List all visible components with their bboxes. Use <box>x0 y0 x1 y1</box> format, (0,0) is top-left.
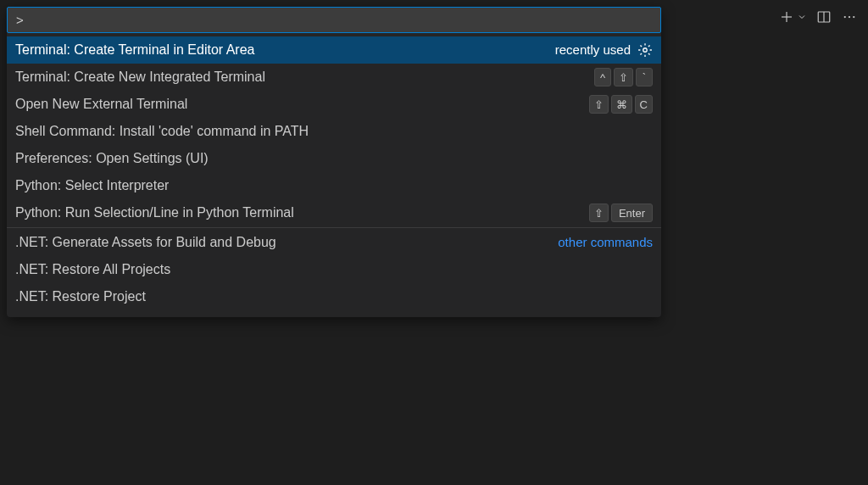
svg-point-7 <box>853 16 854 18</box>
command-palette: Terminal: Create Terminal in Editor Area… <box>7 7 661 317</box>
more-icon[interactable] <box>841 8 858 25</box>
command-label: Python: Run Selection/Line in Python Ter… <box>15 203 294 223</box>
search-box <box>7 7 661 33</box>
command-label: Terminal: Create New Integrated Terminal <box>15 67 265 87</box>
command-item-open-settings-ui[interactable]: Preferences: Open Settings (UI) <box>7 145 661 172</box>
key-shift: ⇧ <box>589 203 609 222</box>
key-ctrl: ^ <box>594 68 611 86</box>
item-right: ^ ⇧ ` <box>594 68 653 86</box>
command-item-python-select-interpreter[interactable]: Python: Select Interpreter <box>7 172 661 199</box>
chevron-down-icon[interactable] <box>797 8 807 25</box>
command-label: Python: Select Interpreter <box>15 176 169 196</box>
command-label: .NET: Generate Assets for Build and Debu… <box>15 232 276 253</box>
command-item-dotnet-restore-all[interactable]: .NET: Restore All Projects <box>7 256 661 283</box>
editor-toolbar-right <box>778 8 858 25</box>
command-input[interactable] <box>7 7 661 33</box>
gear-icon[interactable] <box>637 42 653 58</box>
svg-point-0 <box>643 48 648 53</box>
new-file-group <box>778 8 807 25</box>
command-label: Shell Command: Install 'code' command in… <box>15 121 309 142</box>
keybinding: ^ ⇧ ` <box>594 68 653 86</box>
item-right: recently used <box>555 40 653 60</box>
item-right: ⇧ Enter <box>589 203 653 222</box>
command-label: Terminal: Create Terminal in Editor Area <box>15 40 255 60</box>
split-editor-icon[interactable] <box>815 8 832 25</box>
command-item-install-code-command[interactable]: Shell Command: Install 'code' command in… <box>7 118 661 145</box>
results-list: Terminal: Create Terminal in Editor Area… <box>7 33 661 317</box>
plus-icon[interactable] <box>778 8 795 25</box>
command-label: Open New External Terminal <box>15 94 187 114</box>
keybinding: ⇧ ⌘ C <box>589 95 653 114</box>
key-enter: Enter <box>611 203 653 222</box>
other-commands-tag: other commands <box>558 232 653 253</box>
command-label: Preferences: Open Settings (UI) <box>15 148 209 169</box>
command-label: .NET: Restore Project <box>15 287 146 307</box>
command-label: .NET: Restore All Projects <box>15 259 170 280</box>
item-right: ⇧ ⌘ C <box>589 95 653 114</box>
keybinding: ⇧ Enter <box>589 203 653 222</box>
command-item-open-new-external-terminal[interactable]: Open New External Terminal ⇧ ⌘ C <box>7 91 661 118</box>
key-backtick: ` <box>636 68 653 86</box>
svg-point-6 <box>849 16 850 18</box>
item-right: other commands <box>558 232 653 253</box>
svg-point-5 <box>844 16 846 18</box>
command-item-create-new-integrated-terminal[interactable]: Terminal: Create New Integrated Terminal… <box>7 64 661 91</box>
command-item-dotnet-restore-project[interactable]: .NET: Restore Project <box>7 283 661 310</box>
key-cmd: ⌘ <box>611 95 632 114</box>
divider <box>7 227 661 228</box>
command-item-python-run-selection[interactable]: Python: Run Selection/Line in Python Ter… <box>7 199 661 226</box>
command-item-dotnet-generate-assets[interactable]: .NET: Generate Assets for Build and Debu… <box>7 229 661 256</box>
command-item-create-terminal-editor-area[interactable]: Terminal: Create Terminal in Editor Area… <box>7 36 661 64</box>
key-shift: ⇧ <box>589 95 609 114</box>
key-shift: ⇧ <box>614 68 633 86</box>
recently-used-tag: recently used <box>555 40 631 60</box>
key-c: C <box>635 95 653 114</box>
